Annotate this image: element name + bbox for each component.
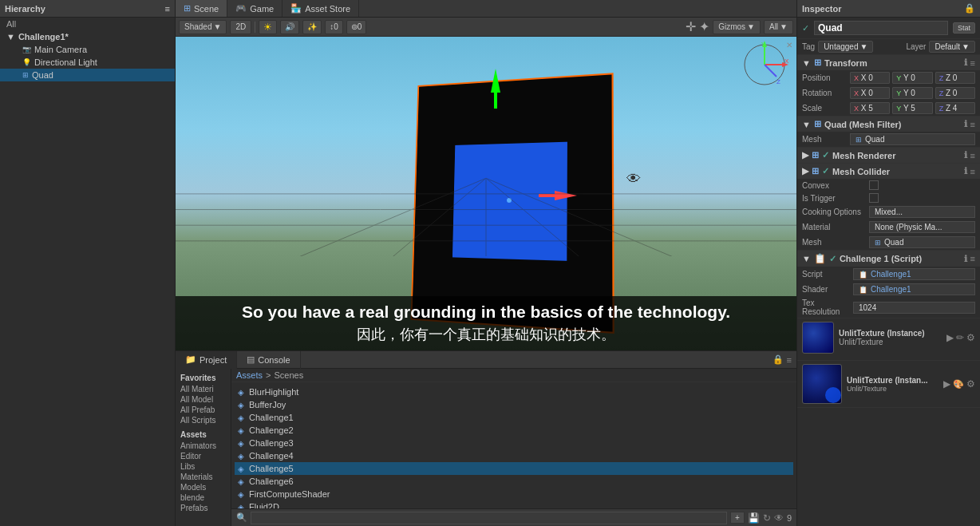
object-name-field[interactable] — [814, 21, 948, 35]
mesh-collider-check[interactable]: ✓ — [822, 166, 829, 176]
game-tab[interactable]: 🎮 Game — [227, 0, 283, 17]
collider-mesh-val[interactable]: ⊞ Quad — [869, 236, 975, 248]
hierarchy-menu-icon[interactable]: ≡ — [165, 4, 170, 14]
rot-x-field[interactable]: X X 0 — [850, 87, 890, 99]
transform-info-icon[interactable]: ℹ — [964, 57, 967, 68]
script-header[interactable]: ▼ 📋 ✓ Challenge 1 (Script) ℹ ≡ — [797, 251, 980, 267]
tag-dropdown[interactable]: Untagged▼ — [818, 41, 873, 53]
script-menu[interactable]: ≡ — [970, 254, 975, 263]
pos-z-field[interactable]: Z Z 0 — [935, 72, 975, 84]
asset-prefabs[interactable]: Prefabs — [177, 503, 229, 513]
shading-dropdown[interactable]: Shaded▼ — [179, 20, 227, 34]
pos-x-field[interactable]: X X 0 — [850, 72, 890, 84]
scale-z-field[interactable]: Z Z 4 — [935, 102, 975, 114]
path-assets[interactable]: Assets — [236, 370, 263, 380]
script-check[interactable]: ✓ — [829, 254, 836, 264]
transform-header[interactable]: ▼ ⊞ Transform ℹ ≡ — [797, 55, 980, 70]
script-expand: ▼ — [802, 254, 811, 263]
inspector-lock-icon[interactable]: 🔒 — [964, 3, 975, 14]
2d-toggle[interactable]: 2D — [230, 20, 251, 34]
mesh-renderer-header[interactable]: ▶ ⊞ ✓ Mesh Renderer ℹ ≡ — [797, 148, 980, 163]
console-tab[interactable]: ▤ Console — [237, 351, 300, 369]
mesh-renderer-menu[interactable]: ≡ — [970, 151, 975, 160]
shader-field-row: Shader 📋 Challenge1 — [797, 282, 980, 297]
material-edit-btn[interactable]: ✏ — [956, 332, 964, 343]
file-challenge6[interactable]: ◈ Challenge6 — [235, 475, 793, 488]
all-layers-btn[interactable]: All▼ — [764, 20, 793, 34]
fav-all-scripts[interactable]: All Scripts — [177, 415, 229, 425]
material-settings-btn[interactable]: ⚙ — [966, 332, 975, 343]
fav-all-prefabs[interactable]: All Prefab — [177, 405, 229, 415]
hidden-btn[interactable]: ⊚0 — [346, 20, 367, 34]
asset-materials[interactable]: Materials — [177, 472, 229, 482]
file-bufferjoy[interactable]: ◈ BufferJoy — [235, 398, 793, 411]
project-tab[interactable]: 📁 Project — [176, 351, 237, 369]
swatch-settings-btn[interactable]: ⚙ — [966, 378, 975, 390]
hierarchy-item-directional-light[interactable]: 💡 Directional Light — [0, 56, 175, 69]
create-asset-btn[interactable]: + — [730, 512, 745, 524]
fav-all-models[interactable]: All Model — [177, 394, 229, 405]
scene-cam-btn[interactable]: ↕0 — [325, 20, 343, 34]
rot-y-field[interactable]: Y Y 0 — [892, 87, 932, 99]
audio-btn[interactable]: 🔊 — [280, 20, 299, 34]
panel-menu-icon[interactable]: ≡ — [787, 355, 792, 365]
transform-menu-icon[interactable]: ≡ — [970, 58, 975, 68]
object-active-checkbox[interactable]: ✓ — [802, 23, 809, 34]
asset-store-tab[interactable]: 🏪 Asset Store — [283, 0, 359, 17]
asset-models[interactable]: Models — [177, 482, 229, 492]
eye-btn[interactable]: 👁 — [774, 512, 784, 524]
file-challenge5[interactable]: ◈ Challenge5 — [235, 462, 793, 475]
mesh-filter-menu[interactable]: ≡ — [970, 120, 975, 129]
file-challenge2[interactable]: ◈ Challenge2 — [235, 424, 793, 437]
layer-dropdown[interactable]: Default▼ — [929, 41, 975, 53]
asset-animators[interactable]: Animators — [177, 441, 229, 451]
mesh-value[interactable]: ⊞ Quad — [850, 133, 975, 145]
mesh-filter-header[interactable]: ▼ ⊞ Quad (Mesh Filter) ℹ ≡ — [797, 117, 980, 132]
swatch-play-btn[interactable]: ▶ — [943, 378, 950, 390]
file-challenge1[interactable]: ◈ Challenge1 — [235, 411, 793, 424]
asset-editor[interactable]: Editor — [177, 451, 229, 461]
material-shader-name: Unlit/Texture — [839, 338, 942, 346]
shader-field-val[interactable]: 📋 Challenge1 — [853, 283, 975, 295]
hierarchy-item-quad[interactable]: ⊞ Quad — [0, 69, 175, 81]
scene-tab[interactable]: ⊞ Scene — [176, 0, 227, 17]
file-fluid2d[interactable]: ◈ Fluid2D — [235, 500, 793, 508]
asset-libs[interactable]: Libs — [177, 461, 229, 472]
mesh-renderer-check[interactable]: ✓ — [822, 150, 829, 160]
material-play-btn[interactable]: ▶ — [946, 332, 954, 343]
mesh-renderer-info[interactable]: ℹ — [964, 150, 967, 160]
pos-y-field[interactable]: Y Y 0 — [892, 72, 932, 84]
mesh-filter-info[interactable]: ℹ — [964, 119, 967, 129]
gizmos-btn[interactable]: Gizmos▼ — [713, 20, 761, 34]
swatch-shader-btn[interactable]: 🎨 — [953, 378, 964, 390]
script-field-val[interactable]: 📋 Challenge1 — [853, 268, 975, 280]
asset-search-input[interactable] — [251, 512, 727, 524]
mesh-collider-menu[interactable]: ≡ — [970, 167, 975, 176]
fav-all-materials[interactable]: All Materi — [177, 384, 229, 394]
asset-blende[interactable]: blende — [177, 492, 229, 503]
scale-x-field[interactable]: X X 5 — [850, 102, 890, 114]
rot-z-field[interactable]: Z Z 0 — [935, 87, 975, 99]
collider-material-val[interactable]: None (Physic Ma... — [869, 221, 975, 233]
is-trigger-checkbox[interactable] — [869, 193, 879, 203]
fx-btn[interactable]: ✨ — [302, 20, 322, 34]
file-blurhighlight[interactable]: ◈ BlurHighlight — [235, 386, 793, 398]
scene-gizmo-close[interactable]: ✕ — [786, 41, 792, 49]
favorites-header: Favorites — [177, 372, 229, 384]
convex-checkbox[interactable] — [869, 180, 879, 190]
tex-res-field[interactable]: 1024 — [853, 302, 975, 314]
script-info[interactable]: ℹ — [964, 254, 967, 264]
file-firstcomputeshader[interactable]: ◈ FirstComputeShader — [235, 488, 793, 500]
mesh-collider-info[interactable]: ℹ — [964, 166, 967, 176]
refresh-btn[interactable]: ↻ — [763, 512, 771, 524]
mesh-collider-header[interactable]: ▶ ⊞ ✓ Mesh Collider ℹ ≡ — [797, 164, 980, 179]
scale-y-field[interactable]: Y Y 5 — [892, 102, 932, 114]
hierarchy-item-challenge1[interactable]: ▼ Challenge1* — [0, 30, 175, 43]
cooking-dropdown[interactable]: Mixed... — [869, 206, 975, 218]
hierarchy-item-main-camera[interactable]: 📷 Main Camera — [0, 43, 175, 56]
file-challenge4[interactable]: ◈ Challenge4 — [235, 449, 793, 462]
lighting-btn[interactable]: ☀ — [259, 20, 277, 34]
path-scenes[interactable]: Scenes — [274, 370, 303, 380]
file-challenge3[interactable]: ◈ Challenge3 — [235, 437, 793, 449]
save-btn[interactable]: 💾 — [748, 512, 760, 524]
